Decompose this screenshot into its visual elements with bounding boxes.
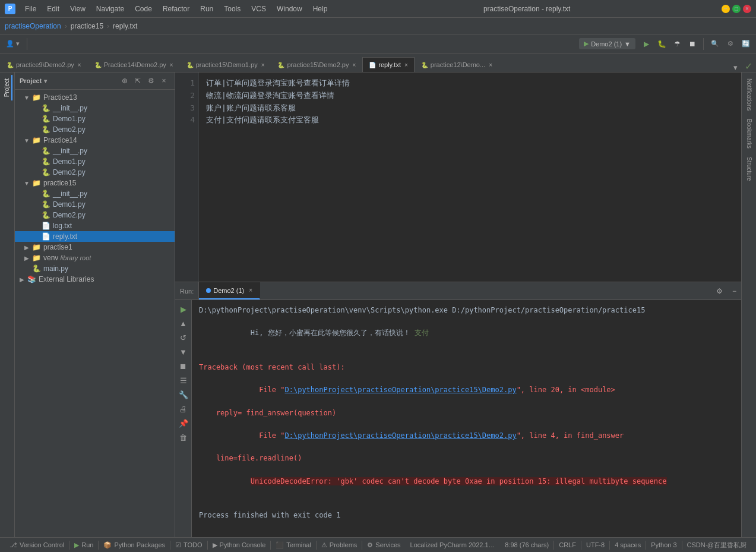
- file-reply-txt[interactable]: 📄 reply.txt: [15, 231, 175, 242]
- tab-close[interactable]: ×: [352, 62, 356, 68]
- bottom-gear-btn[interactable]: ⚙: [711, 287, 727, 295]
- file-main-py[interactable]: 🐍 main.py: [15, 263, 175, 274]
- more-tabs-btn[interactable]: ▾: [730, 63, 741, 72]
- bottom-tab-close[interactable]: ×: [249, 287, 252, 294]
- print-btn[interactable]: 🖨: [177, 402, 190, 415]
- bottom-tab-run-label: Demo2 (1): [213, 287, 244, 294]
- bottom-tab-run[interactable]: Demo2 (1) ×: [199, 282, 260, 299]
- sb-encoding[interactable]: UTF-8: [581, 541, 609, 548]
- bottom-tabs: Run: Demo2 (1) × ⚙ −: [175, 282, 741, 300]
- menu-help[interactable]: Help: [308, 4, 333, 14]
- sb-todo[interactable]: ☑ TODO: [170, 538, 207, 552]
- folder-practice14[interactable]: ▼ 📁 Practice14: [15, 135, 175, 146]
- menu-edit[interactable]: Edit: [42, 4, 64, 14]
- menu-run[interactable]: Run: [195, 4, 218, 14]
- tab-close[interactable]: ×: [78, 62, 81, 68]
- menu-view[interactable]: View: [65, 4, 90, 14]
- settings-btn[interactable]: ⚙: [724, 38, 737, 49]
- tab-practice12-demo[interactable]: 🐍 practice12\Demo... ×: [415, 57, 499, 72]
- tab-reply-txt[interactable]: 📄 reply.txt ×: [362, 57, 415, 72]
- tab-close[interactable]: ×: [489, 62, 492, 68]
- search-everywhere-btn[interactable]: 🔍: [707, 38, 723, 49]
- sb-terminal[interactable]: ⬛ Terminal: [271, 538, 316, 552]
- debug-button[interactable]: 🐛: [654, 37, 669, 51]
- folder-practice15[interactable]: ▼ 📁 practice15: [15, 178, 175, 188]
- notifications-tab[interactable]: Notifications: [745, 75, 754, 114]
- file-practice15-init[interactable]: 🐍 __init__.py: [15, 188, 175, 199]
- wrench-btn[interactable]: 🔧: [177, 388, 190, 401]
- file-practice13-demo2[interactable]: 🐍 Demo2.py: [15, 124, 175, 135]
- sb-indent[interactable]: 4 spaces: [610, 541, 646, 548]
- tab-close[interactable]: ×: [404, 62, 408, 68]
- structure-tab[interactable]: Structure: [745, 153, 754, 185]
- folder-venv[interactable]: ▶ 📁 venv library root: [15, 253, 175, 263]
- stop-btn[interactable]: ⏹: [177, 359, 190, 373]
- folder-practise1[interactable]: ▶ 📁 practise1: [15, 242, 175, 253]
- toolbar-user-btn[interactable]: 👤 ▾: [2, 38, 23, 49]
- run-button[interactable]: ▶: [639, 37, 653, 51]
- breadcrumb-project[interactable]: practiseOperation: [5, 22, 61, 30]
- tab-close[interactable]: ×: [261, 62, 265, 68]
- run-again-btn[interactable]: ▶: [177, 302, 190, 316]
- menu-tools[interactable]: Tools: [219, 4, 245, 14]
- pin-btn[interactable]: 📌: [177, 417, 190, 430]
- update-btn[interactable]: 🔄: [738, 38, 754, 49]
- sb-python-console[interactable]: ▶ Python Console: [208, 538, 271, 552]
- console-output[interactable]: D:\pythonProject\practiseOperation\venv\…: [192, 300, 741, 537]
- sb-version-control[interactable]: ⎇ Version Control: [5, 538, 69, 552]
- minimize-button[interactable]: −: [722, 5, 730, 13]
- console-link2[interactable]: D:\pythonProject\practiseOperation\pract…: [285, 431, 517, 440]
- coverage-button[interactable]: ☂: [670, 37, 684, 51]
- scroll-down-btn[interactable]: ▼: [177, 345, 190, 358]
- tab-practice9-demo2[interactable]: 🐍 practice9\Demo2.py ×: [0, 57, 88, 72]
- code-editor[interactable]: 订单|订单问题登录淘宝账号查看订单详情 物流|物流问题登录淘宝账号查看详情 账户…: [199, 72, 741, 282]
- file-practice13-init[interactable]: 🐍 __init__.py: [15, 103, 175, 113]
- run-config-selector[interactable]: ▶ Demo2 (1) ▼: [579, 38, 635, 49]
- project-panel-tab[interactable]: Project: [2, 75, 12, 100]
- tab-practice15-demo2[interactable]: 🐍 practice15\Demo2.py ×: [271, 57, 362, 72]
- file-practice15-demo1[interactable]: 🐍 Demo1.py: [15, 199, 175, 210]
- sidebar-close-btn[interactable]: ×: [158, 75, 170, 87]
- tab-close[interactable]: ×: [170, 62, 173, 68]
- scroll-up-btn[interactable]: ▲: [177, 317, 190, 330]
- file-practice14-init[interactable]: 🐍 __init__.py: [15, 146, 175, 156]
- stop-button[interactable]: ⏹: [685, 37, 700, 51]
- folder-practice13[interactable]: ▼ 📁 Practice13: [15, 92, 175, 103]
- menu-window[interactable]: Window: [272, 4, 307, 14]
- sb-position[interactable]: 8:98 (76 chars): [500, 541, 553, 548]
- file-practice13-demo1[interactable]: 🐍 Demo1.py: [15, 113, 175, 124]
- close-button[interactable]: ×: [743, 5, 751, 13]
- menu-vcs[interactable]: VCS: [246, 4, 271, 14]
- sb-python-packages[interactable]: 📦 Python Packages: [99, 538, 170, 552]
- file-practice14-demo1[interactable]: 🐍 Demo1.py: [15, 156, 175, 167]
- bottom-close-btn[interactable]: −: [727, 287, 741, 295]
- sb-line-sep[interactable]: CRLF: [554, 541, 581, 548]
- sidebar-settings-btn[interactable]: ⚙: [145, 75, 157, 87]
- menu-file[interactable]: File: [20, 4, 41, 14]
- collapse-all-btn[interactable]: ⇱: [132, 75, 144, 87]
- file-log-txt[interactable]: 📄 log.txt: [15, 220, 175, 231]
- maximize-button[interactable]: □: [732, 5, 741, 13]
- menu-code[interactable]: Code: [130, 4, 157, 14]
- sidebar-dropdown[interactable]: ▾: [44, 78, 47, 84]
- sb-problems[interactable]: ⚠ Problems: [317, 538, 362, 552]
- bookmarks-tab[interactable]: Bookmarks: [745, 115, 754, 152]
- py-file-icon: 🐍: [41, 168, 50, 176]
- tab-practice15-demo1[interactable]: 🐍 practice15\Demo1.py ×: [180, 57, 271, 72]
- file-practice14-demo2[interactable]: 🐍 Demo2.py: [15, 167, 175, 178]
- filter-btn[interactable]: ☰: [177, 374, 190, 387]
- breadcrumb-folder[interactable]: practice15: [71, 22, 103, 30]
- sb-csdn[interactable]: CSDN·@百里香私厨: [682, 541, 751, 550]
- sb-services[interactable]: ⚙ Services: [362, 538, 405, 552]
- rerun-btn[interactable]: ↺: [177, 331, 190, 344]
- menu-refactor[interactable]: Refactor: [158, 4, 194, 14]
- sb-run[interactable]: ▶ Run: [69, 538, 98, 552]
- locate-file-btn[interactable]: ⊕: [119, 75, 131, 87]
- menu-navigate[interactable]: Navigate: [91, 4, 129, 14]
- console-link1[interactable]: D:\pythonProject\practiseOperation\pract…: [285, 386, 517, 394]
- folder-external-libs[interactable]: ▶ 📚 External Libraries: [15, 274, 175, 285]
- sb-python[interactable]: Python 3: [646, 541, 681, 548]
- tab-practice14-demo2[interactable]: 🐍 Practice14\Demo2.py ×: [88, 57, 180, 72]
- file-practice15-demo2[interactable]: 🐍 Demo2.py: [15, 210, 175, 220]
- trash-btn[interactable]: 🗑: [177, 431, 190, 444]
